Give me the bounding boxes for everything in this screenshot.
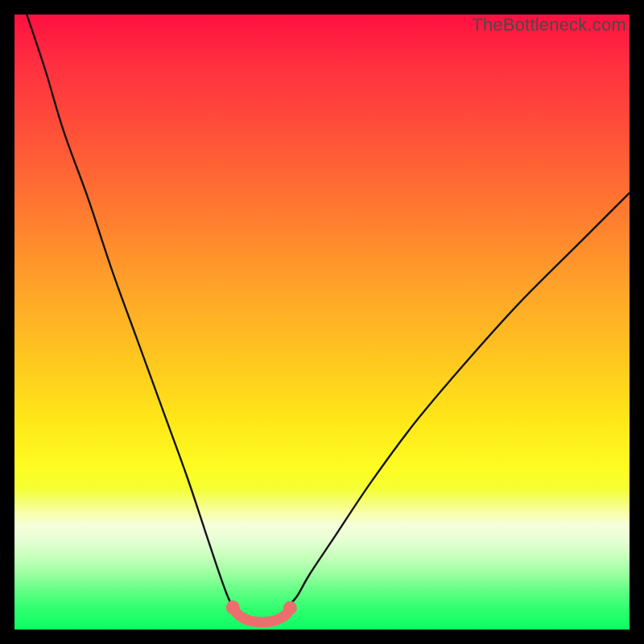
bottom-marker-curve bbox=[233, 608, 290, 622]
chart-frame: TheBottleneck.com bbox=[0, 0, 644, 644]
bottom-marker-dots bbox=[226, 601, 297, 615]
chart-svg bbox=[14, 14, 630, 630]
marker-dot bbox=[283, 601, 297, 615]
plot-area: TheBottleneck.com bbox=[14, 14, 630, 630]
left-curve bbox=[27, 14, 233, 608]
marker-dot bbox=[226, 601, 240, 614]
right-curve bbox=[288, 193, 630, 606]
